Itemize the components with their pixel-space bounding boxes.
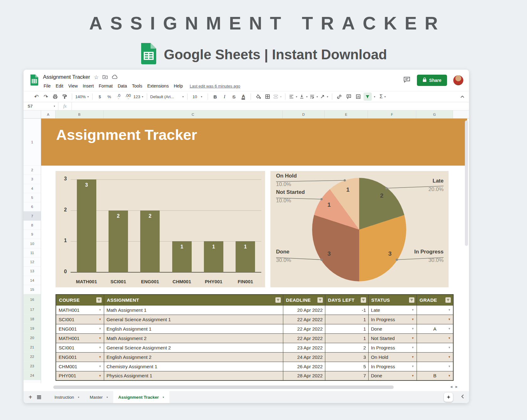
scroll-left-icon[interactable]: ◀ [450, 385, 455, 388]
row-header-4[interactable]: 4 [24, 184, 41, 193]
days-left-cell[interactable]: 2 [325, 343, 368, 352]
decrease-decimal-icon[interactable]: .0← [114, 93, 123, 101]
header-days-left[interactable]: DAYS LEFT [325, 295, 368, 305]
dropdown-icon[interactable]: ▼ [448, 327, 451, 330]
header-course[interactable]: COURSE [56, 295, 104, 305]
header-grade[interactable]: GRADE [417, 295, 453, 305]
menu-format[interactable]: Format [96, 83, 115, 89]
row-header-13[interactable]: 13 [24, 267, 41, 276]
assignment-cell[interactable]: English Assignment 1 [104, 324, 283, 333]
filter-icon[interactable] [364, 93, 372, 101]
avatar[interactable] [453, 75, 463, 85]
row-header-18[interactable]: 18 [24, 314, 41, 324]
table-row[interactable]: SCI001▼General Science Assignment 223 Ap… [56, 343, 453, 352]
vertical-align-icon[interactable]: ▼ [299, 93, 308, 101]
row-header-24[interactable]: 24 [24, 371, 41, 380]
grade-cell[interactable]: ▼ [417, 333, 453, 343]
status-cell[interactable]: Late▼ [368, 305, 417, 315]
dropdown-icon[interactable]: ▼ [448, 355, 451, 359]
table-row[interactable]: MATH001▼Math Assignment 222 Apr 20221Not… [56, 333, 453, 343]
table-row[interactable]: ENG001▼English Assignment 224 Apr 20223O… [56, 352, 453, 362]
days-left-cell[interactable]: 1 [325, 324, 368, 333]
text-wrap-icon[interactable]: ▼ [309, 93, 318, 101]
row-header-17[interactable]: 17 [24, 305, 41, 314]
dropdown-icon[interactable]: ▼ [448, 308, 451, 311]
pie-chart[interactable]: On Hold10.0% Not Started10.0% Done30.0% … [270, 171, 449, 287]
sheet-canvas[interactable]: Assignment Tracker 3 2 1 0 3MATH0012SCI0… [41, 119, 469, 383]
status-cell[interactable]: Not Started▼ [368, 333, 417, 343]
deadline-cell[interactable]: 28 Apr 2022 [283, 371, 325, 380]
dropdown-icon[interactable]: ▼ [412, 355, 414, 359]
assignment-cell[interactable]: Chemistry Assignment 1 [104, 362, 283, 371]
status-cell[interactable]: In Progress▼ [368, 343, 417, 352]
assignment-cell[interactable]: Physics Assignment 1 [104, 371, 283, 380]
row-header-15[interactable]: 15 [24, 285, 41, 294]
borders-icon[interactable] [264, 93, 272, 101]
grade-cell[interactable]: ▼ [417, 305, 453, 315]
dropdown-icon[interactable]: ▼ [412, 374, 414, 377]
insert-link-icon[interactable] [335, 93, 343, 101]
column-header-C[interactable]: C [104, 110, 283, 118]
deadline-cell[interactable]: 23 Apr 2022 [283, 343, 325, 352]
course-cell[interactable]: ENG001▼ [56, 324, 104, 333]
font-select[interactable]: Default (Ari...▼ [150, 93, 184, 101]
deadline-cell[interactable]: 22 Apr 2022 [283, 324, 325, 333]
comment-history-icon[interactable] [403, 76, 411, 84]
collapse-toolbar-icon[interactable] [460, 94, 465, 99]
dropdown-icon[interactable]: ▼ [99, 337, 102, 340]
merge-cells-icon[interactable]: ▼ [273, 93, 282, 101]
tab-instruction[interactable]: Instruction▼ [50, 391, 85, 403]
font-size-select[interactable]: 10▼ [191, 93, 205, 101]
row-header-22[interactable]: 22 [24, 352, 41, 361]
days-left-cell[interactable]: 7 [325, 371, 368, 380]
assignment-cell[interactable]: Math Assignment 2 [104, 333, 283, 343]
table-row[interactable]: ENG001▼English Assignment 122 Apr 20221D… [56, 324, 453, 333]
status-cell[interactable]: Done▼ [368, 371, 417, 380]
dropdown-icon[interactable]: ▼ [412, 318, 414, 321]
last-edit-link[interactable]: Last edit was 6 minutes ago [190, 84, 240, 88]
dropdown-icon[interactable]: ▼ [448, 365, 451, 368]
grade-cell[interactable]: ▼ [417, 343, 453, 352]
number-format-select[interactable]: 123▼ [133, 93, 144, 101]
menu-data[interactable]: Data [115, 83, 130, 89]
column-header-B[interactable]: B [56, 110, 104, 118]
menu-insert[interactable]: Insert [80, 83, 96, 89]
row-header-10[interactable]: 10 [24, 239, 41, 248]
course-cell[interactable]: PHY001▼ [56, 371, 104, 380]
dropdown-icon[interactable]: ▼ [448, 318, 451, 321]
paint-format-icon[interactable] [61, 93, 69, 101]
row-header-3[interactable]: 3 [24, 175, 41, 184]
row-header-1[interactable]: 1 [24, 119, 41, 166]
column-header-A[interactable]: A [41, 110, 56, 118]
row-header-12[interactable]: 12 [24, 258, 41, 267]
dropdown-icon[interactable]: ▼ [448, 337, 451, 340]
header-deadline[interactable]: DEADLINE [283, 295, 325, 305]
add-sheet-icon[interactable]: + [29, 394, 32, 401]
dropdown-icon[interactable]: ▼ [412, 365, 414, 368]
course-cell[interactable]: ENG001▼ [56, 352, 104, 362]
share-button[interactable]: Share [417, 75, 447, 86]
row-header-5[interactable]: 5 [24, 193, 41, 202]
italic-icon[interactable]: I [221, 93, 229, 101]
functions-icon[interactable]: Σ▼ [379, 93, 387, 101]
scroll-right-icon[interactable]: ▶ [455, 385, 461, 388]
dropdown-icon[interactable]: ▼ [99, 318, 102, 321]
row-header-7[interactable]: 7 [24, 211, 41, 221]
menu-edit[interactable]: Edit [53, 83, 66, 89]
status-cell[interactable]: On Hold▼ [368, 352, 417, 362]
bold-icon[interactable]: B [211, 93, 219, 101]
assignment-cell[interactable]: Math Assignment 1 [104, 305, 283, 315]
column-header-E[interactable]: E [325, 110, 368, 118]
assignment-cell[interactable]: General Science Assignment 2 [104, 343, 283, 352]
deadline-cell[interactable]: 26 Apr 2022 [283, 362, 325, 371]
menu-help[interactable]: Help [171, 83, 185, 89]
all-sheets-icon[interactable] [37, 395, 41, 399]
course-cell[interactable]: MATH001▼ [56, 305, 104, 315]
fill-color-icon[interactable] [254, 93, 262, 101]
format-percent-icon[interactable]: % [105, 93, 113, 101]
menu-tools[interactable]: Tools [130, 83, 145, 89]
collapse-panel-icon[interactable] [461, 394, 464, 400]
dropdown-icon[interactable]: ▼ [412, 308, 414, 311]
table-row[interactable]: PHY001▼Physics Assignment 128 Apr 20227D… [56, 371, 453, 380]
assignment-cell[interactable]: General Science Assignment 1 [104, 315, 283, 324]
